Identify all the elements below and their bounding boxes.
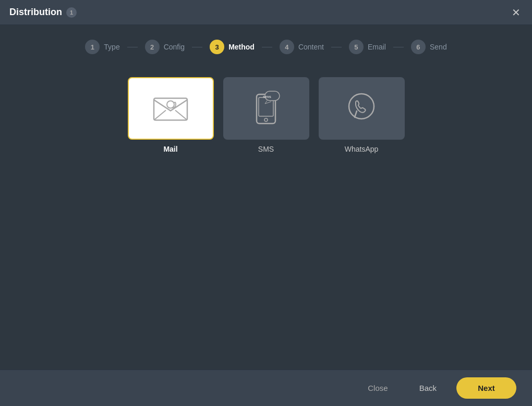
svg-point-1: [167, 101, 174, 108]
method-mail-label: Mail: [163, 145, 177, 153]
step-4-circle: 4: [280, 40, 294, 54]
step-separator-4: [331, 47, 342, 47]
step-separator-3: [262, 47, 272, 47]
method-card-whatsapp-box: [319, 77, 405, 140]
dialog-header: Distribution 1 ✕: [0, 0, 532, 25]
step-1-circle: 1: [85, 40, 100, 54]
svg-point-7: [349, 94, 374, 119]
step-5-email[interactable]: 5 Email: [342, 40, 393, 54]
svg-rect-0: [154, 99, 187, 120]
mail-icon: [152, 92, 189, 125]
step-3-method[interactable]: 3 Method: [202, 40, 262, 54]
step-5-label: Email: [368, 43, 386, 51]
step-4-label: Content: [298, 43, 324, 51]
method-card-sms-box: sms: [223, 77, 309, 140]
steps-bar: 1 Type 2 Config 3 Method 4 Content 5 Ema…: [0, 25, 532, 67]
method-sms-label: SMS: [258, 145, 274, 153]
step-1-type[interactable]: 1 Type: [78, 40, 127, 54]
svg-text:sms: sms: [263, 94, 272, 99]
step-6-circle: 6: [411, 40, 426, 54]
back-button[interactable]: Back: [408, 378, 448, 398]
step-separator-1: [127, 47, 138, 47]
step-separator-5: [393, 47, 404, 47]
step-3-circle: 3: [210, 40, 224, 54]
step-2-label: Config: [164, 43, 185, 51]
whatsapp-icon: [345, 91, 378, 126]
next-button[interactable]: Next: [456, 377, 516, 399]
step-separator-2: [192, 47, 202, 47]
method-card-whatsapp[interactable]: WhatsApp: [319, 77, 405, 153]
step-4-content[interactable]: 4 Content: [272, 40, 331, 54]
step-6-send[interactable]: 6 Send: [404, 40, 454, 54]
method-card-mail-box: [128, 77, 214, 140]
sms-icon: sms: [251, 90, 281, 127]
title-text: Distribution: [9, 7, 62, 18]
step-6-label: Send: [430, 43, 447, 51]
step-3-label: Method: [228, 43, 255, 51]
step-2-config[interactable]: 2 Config: [138, 40, 192, 54]
main-content: Mail sms: [0, 67, 532, 164]
svg-point-4: [264, 118, 268, 121]
dialog-title: Distribution 1: [9, 7, 77, 18]
step-1-label: Type: [104, 43, 119, 51]
dialog-footer: Close Back Next: [0, 370, 532, 406]
method-card-mail[interactable]: Mail: [128, 77, 214, 153]
method-card-sms[interactable]: sms SMS: [223, 77, 309, 153]
title-badge: 1: [66, 7, 77, 18]
method-whatsapp-label: WhatsApp: [345, 145, 379, 153]
step-5-circle: 5: [349, 40, 364, 54]
close-button[interactable]: Close: [356, 378, 399, 398]
step-2-circle: 2: [145, 40, 160, 54]
method-cards-container: Mail sms: [128, 77, 405, 153]
close-icon[interactable]: ✕: [510, 5, 523, 20]
